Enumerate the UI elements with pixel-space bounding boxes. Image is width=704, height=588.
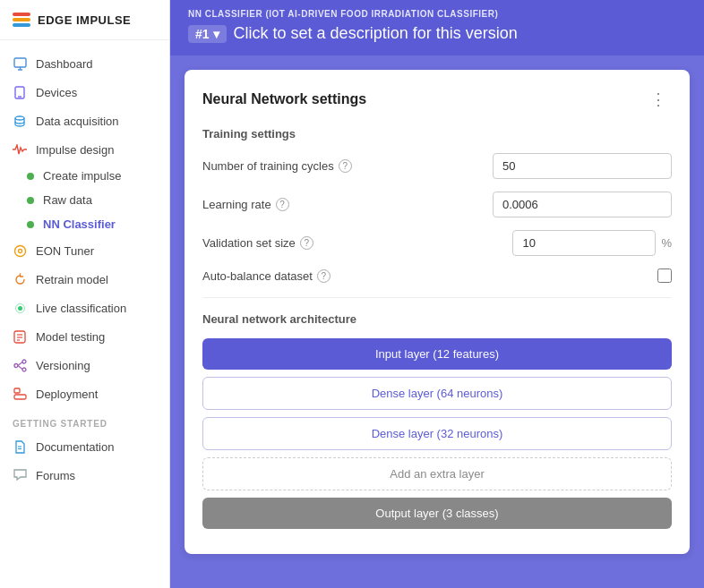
sidebar-label-documentation: Documentation (36, 440, 114, 454)
dot-create-impulse (27, 173, 34, 180)
sidebar-label-model-testing: Model testing (36, 330, 105, 344)
validation-set-help-icon[interactable]: ? (300, 236, 313, 250)
sidebar-label-impulse-design: Impulse design (36, 143, 114, 157)
logo-icon (13, 13, 30, 27)
sidebar-item-forums[interactable]: Forums (0, 461, 169, 490)
sidebar-item-eon-tuner[interactable]: EON Tuner (0, 236, 169, 265)
svg-line-18 (18, 365, 22, 369)
version-number: #1 (195, 27, 210, 41)
svg-point-8 (18, 306, 22, 311)
deploy-icon (13, 387, 27, 401)
sidebar-item-impulse-design[interactable]: Impulse design (0, 135, 169, 164)
sidebar-label-forums: Forums (36, 469, 75, 482)
retrain-icon (13, 272, 27, 286)
live-icon (13, 301, 27, 315)
pulse-icon (13, 142, 27, 157)
training-cycles-help-icon[interactable]: ? (339, 159, 352, 173)
description-text[interactable]: Click to set a description for this vers… (234, 24, 518, 43)
dense-layer-2-button[interactable]: Dense layer (32 neurons) (202, 417, 672, 450)
device-icon (13, 85, 27, 99)
logo-text: EDGE IMPULSE (38, 13, 131, 27)
learning-rate-label: Learning rate ? (202, 198, 493, 211)
add-extra-layer-button[interactable]: Add an extra layer (202, 457, 672, 490)
validation-set-row: Validation set size ? % (202, 230, 672, 256)
sidebar-label-retrain-model: Retrain model (36, 273, 108, 286)
sidebar-item-live-classification[interactable]: Live classification (0, 294, 169, 322)
logo: EDGE IMPULSE (0, 0, 169, 40)
sidebar-item-documentation[interactable]: Documentation (0, 432, 169, 461)
sidebar-subitem-nn-classifier[interactable]: NN Classifier (0, 212, 169, 236)
auto-balance-row: Auto-balance dataset ? (202, 268, 672, 283)
dot-raw-data (27, 197, 34, 204)
page-header: NN CLASSIFIER (IOT AI-DRIVEN FOOD IRRADI… (170, 0, 704, 55)
svg-point-7 (18, 249, 21, 252)
sidebar-item-dashboard[interactable]: Dashboard (0, 49, 169, 78)
sidebar-item-model-testing[interactable]: Model testing (0, 322, 169, 351)
sidebar-label-eon-tuner: EON Tuner (36, 244, 94, 258)
sidebar-label-data-acquisition: Data acquisition (36, 115, 119, 128)
output-layer-button[interactable]: Output layer (3 classes) (202, 498, 672, 529)
validation-set-label: Validation set size ? (202, 236, 512, 250)
training-cycles-input[interactable] (493, 153, 672, 179)
validation-input-group: % (512, 230, 672, 256)
logo-bar-blue (13, 23, 30, 27)
sidebar-subitem-raw-data[interactable]: Raw data (0, 188, 169, 212)
sidebar-sublabel-nn-classifier: NN Classifier (43, 217, 116, 231)
sidebar: EDGE IMPULSE Dashboard Devices (0, 0, 170, 588)
svg-line-17 (18, 362, 22, 365)
auto-balance-label: Auto-balance dataset ? (202, 269, 657, 283)
sidebar-item-versioning[interactable]: Versioning (0, 351, 169, 379)
svg-rect-0 (14, 58, 26, 67)
learning-rate-input[interactable] (493, 192, 672, 217)
validation-set-input[interactable] (512, 230, 656, 256)
training-cycles-row: Number of training cycles ? (202, 153, 672, 179)
doc-icon (13, 439, 27, 454)
validation-set-text: Validation set size (202, 236, 296, 250)
auto-balance-text: Auto-balance dataset (202, 269, 313, 283)
sidebar-item-data-acquisition[interactable]: Data acquisition (0, 107, 169, 135)
sidebar-label-live-classification: Live classification (36, 302, 126, 315)
settings-card: Neural Network settings ⋮ Training setti… (185, 70, 690, 554)
sidebar-item-deployment[interactable]: Deployment (0, 379, 169, 408)
auto-balance-checkbox[interactable] (657, 268, 672, 283)
sidebar-label-deployment: Deployment (36, 388, 98, 401)
logo-bar-red (13, 13, 30, 16)
sidebar-item-devices[interactable]: Devices (0, 78, 169, 107)
learning-rate-text: Learning rate (202, 198, 271, 211)
getting-started-label: GETTING STARTED (0, 408, 169, 432)
kebab-menu-icon[interactable]: ⋮ (645, 88, 672, 111)
svg-point-6 (14, 245, 25, 256)
svg-rect-19 (14, 395, 26, 399)
monitor-icon (13, 56, 27, 71)
sidebar-item-retrain-model[interactable]: Retrain model (0, 265, 169, 294)
sidebar-label-versioning: Versioning (36, 359, 90, 372)
content-area: Neural Network settings ⋮ Training setti… (170, 55, 704, 588)
svg-point-15 (22, 360, 26, 363)
version-badge[interactable]: #1 ▾ (188, 25, 227, 43)
dot-nn-classifier (27, 221, 34, 228)
training-settings-label: Training settings (202, 127, 672, 141)
svg-point-5 (15, 116, 24, 120)
percent-suffix: % (661, 236, 672, 250)
input-layer-button[interactable]: Input layer (12 features) (202, 338, 672, 370)
learning-rate-row: Learning rate ? (202, 192, 672, 217)
architecture-label: Neural network architecture (202, 312, 672, 326)
tune-icon (13, 243, 27, 258)
chevron-down-icon: ▾ (213, 27, 219, 41)
learning-rate-help-icon[interactable]: ? (276, 198, 289, 211)
auto-balance-help-icon[interactable]: ? (317, 269, 331, 283)
svg-point-16 (22, 368, 26, 371)
test-icon (13, 329, 27, 344)
version-icon (13, 358, 27, 372)
sidebar-label-devices: Devices (36, 86, 77, 99)
database-icon (13, 114, 27, 128)
sidebar-subitem-create-impulse[interactable]: Create impulse (0, 164, 169, 188)
section-divider (202, 297, 672, 298)
main-area: NN CLASSIFIER (IOT AI-DRIVEN FOOD IRRADI… (170, 0, 704, 588)
training-cycles-text: Number of training cycles (202, 159, 334, 173)
forum-icon (13, 468, 27, 482)
dense-layer-1-button[interactable]: Dense layer (64 neurons) (202, 377, 672, 410)
svg-rect-20 (14, 388, 20, 393)
sidebar-nav: Dashboard Devices Data acquisition (0, 40, 169, 588)
card-title: Neural Network settings (202, 91, 366, 107)
